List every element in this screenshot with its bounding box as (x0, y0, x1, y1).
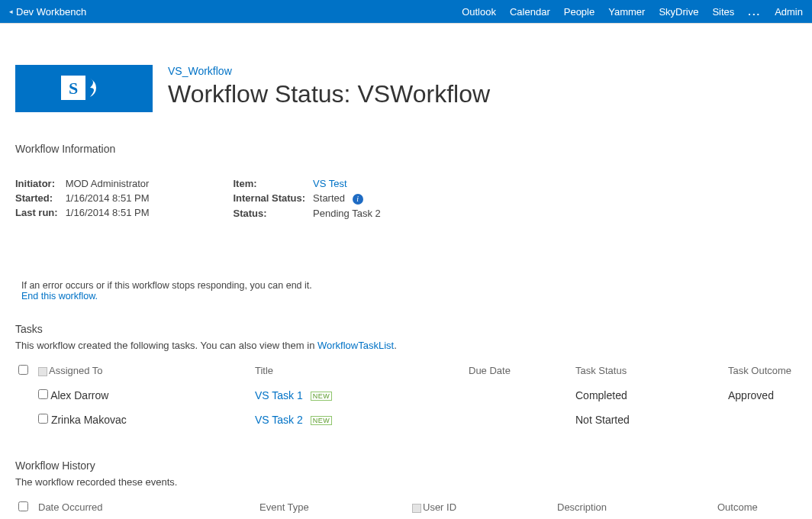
due-date (466, 383, 572, 408)
tasklist-link[interactable]: WorkflowTaskList (317, 340, 394, 351)
new-badge: NEW (311, 392, 333, 401)
started-value: 1/16/2014 8:51 PM (66, 192, 150, 204)
item-label: Item: (233, 178, 305, 189)
history-select-all-checkbox[interactable] (18, 501, 28, 511)
internal-status-value: Started i (313, 192, 381, 205)
workflow-info-left: Initiator: MOD Administrator Started: 1/… (15, 178, 149, 219)
col-user-label: User ID (423, 501, 456, 513)
info-icon[interactable]: i (353, 194, 363, 205)
nav-yammer[interactable]: Yammer (608, 6, 645, 18)
status-label: Status: (233, 208, 305, 219)
svg-text:S: S (69, 79, 78, 98)
nav-skydrive[interactable]: SkyDrive (659, 6, 698, 18)
initiator-value: MOD Administrator (66, 178, 150, 189)
assigned-to: Zrinka Makovac (51, 414, 127, 426)
nav-people[interactable]: People (564, 6, 594, 18)
col-desc[interactable]: Description (554, 495, 714, 519)
workflow-info-right: Item: VS Test Internal Status: Started i… (233, 178, 380, 219)
tasks-table: Assigned To Title Due Date Task Status T… (15, 359, 797, 432)
table-row[interactable]: Zrinka Makovac VS Task 2 NEW Not Started (15, 408, 797, 432)
due-date (466, 408, 572, 432)
assigned-to: Alex Darrow (50, 389, 108, 401)
sharepoint-icon: S (61, 73, 107, 105)
end-workflow-hint: If an error occurs or if this workflow s… (21, 280, 797, 301)
lastrun-label: Last run: (15, 207, 58, 218)
nav-sites[interactable]: Sites (712, 6, 734, 18)
col-due[interactable]: Due Date (466, 359, 572, 383)
col-outcome[interactable]: Task Outcome (725, 359, 797, 383)
tasks-heading: Tasks (15, 323, 797, 335)
row-checkbox[interactable] (38, 414, 48, 424)
task-outcome: Approved (725, 383, 797, 408)
caret-left-icon: ◂ (9, 8, 13, 15)
top-nav: Outlook Calendar People Yammer SkyDrive … (462, 6, 803, 18)
workflow-info-heading: Workflow Information (15, 143, 797, 155)
started-label: Started: (15, 192, 58, 204)
task-outcome (725, 408, 797, 432)
nav-calendar[interactable]: Calendar (510, 6, 550, 18)
col-title[interactable]: Title (252, 359, 466, 383)
status-value: Pending Task 2 (313, 208, 381, 219)
col-assigned[interactable]: Assigned To (35, 359, 252, 383)
site-name[interactable]: ◂ Dev Workbench (9, 6, 86, 18)
site-name-text: Dev Workbench (16, 6, 86, 18)
tasks-sub-text: This workflow created the following task… (15, 340, 317, 351)
nav-more[interactable]: ... (748, 6, 761, 18)
task-status: Completed (572, 383, 725, 408)
col-date[interactable]: Date Occurred (35, 495, 256, 519)
internal-status-label: Internal Status: (233, 192, 305, 205)
initiator-label: Initiator: (15, 178, 58, 189)
col-user[interactable]: User ID (409, 495, 554, 519)
page-title: Workflow Status: VSWorkflow (168, 80, 490, 108)
hint-text: If an error occurs or if this workflow s… (21, 280, 797, 291)
history-subheading: The workflow recorded these events. (15, 476, 797, 488)
col-status[interactable]: Task Status (572, 359, 725, 383)
tasks-subheading: This workflow created the following task… (15, 340, 797, 351)
table-row[interactable]: Alex Darrow VS Task 1 NEW Completed Appr… (15, 383, 797, 408)
nav-admin[interactable]: Admin (775, 6, 803, 18)
lastrun-value: 1/16/2014 8:51 PM (66, 207, 150, 218)
history-table: Date Occurred Event Type User ID Descrip… (15, 495, 797, 519)
site-logo[interactable]: S (15, 65, 153, 112)
task-title-link[interactable]: VS Task 1 (255, 389, 303, 401)
col-assigned-label: Assigned To (49, 365, 103, 376)
history-heading: Workflow History (15, 459, 797, 472)
nav-outlook[interactable]: Outlook (462, 6, 496, 18)
item-link[interactable]: VS Test (313, 178, 381, 189)
breadcrumb[interactable]: VS_Workflow (168, 65, 490, 77)
internal-status-text: Started (313, 192, 345, 204)
new-badge: NEW (311, 416, 333, 425)
select-all-checkbox[interactable] (18, 365, 28, 375)
task-title-link[interactable]: VS Task 2 (255, 414, 303, 426)
top-suite-bar: ◂ Dev Workbench Outlook Calendar People … (0, 0, 812, 23)
task-status: Not Started (572, 408, 725, 432)
row-checkbox[interactable] (38, 389, 48, 399)
col-history-outcome[interactable]: Outcome (714, 495, 797, 519)
disabled-checkbox-icon (412, 504, 421, 513)
disabled-checkbox-icon (38, 367, 47, 376)
end-workflow-link[interactable]: End this workflow. (21, 291, 98, 301)
col-event[interactable]: Event Type (256, 495, 409, 519)
